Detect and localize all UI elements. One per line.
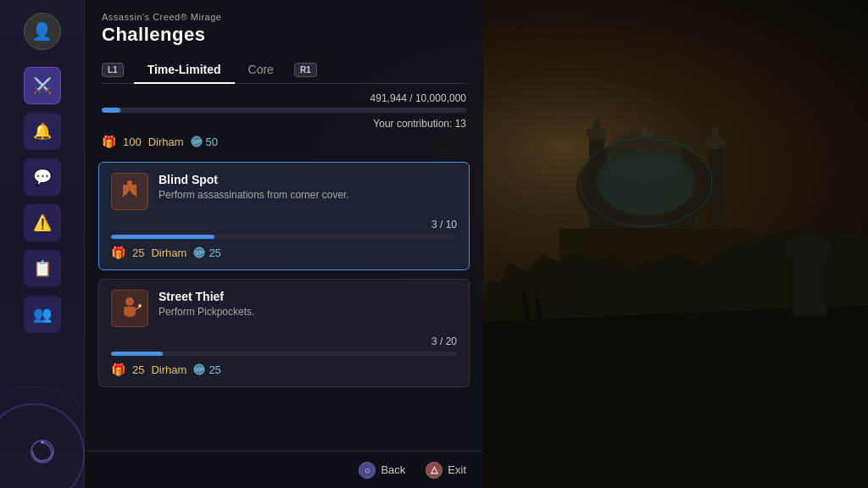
- challenge-bar-fill-street: [111, 352, 163, 356]
- challenge-rewards-blind-spot: 🎁 25 Dirham XP 25: [111, 246, 457, 259]
- challenge-name-blind-spot: Blind Spot: [159, 173, 457, 186]
- chat-icon: 💬: [33, 168, 52, 186]
- challenge-icon-blind-spot: [111, 173, 148, 210]
- bell-icon: 🔔: [33, 122, 52, 141]
- tab-left-badge: L1: [102, 63, 124, 77]
- svg-text:XP: XP: [196, 250, 204, 256]
- sidebar-item-list[interactable]: 📋: [24, 250, 61, 287]
- alert-icon: ⚠️: [33, 214, 52, 232]
- challenge-card-blind-spot[interactable]: Blind Spot Perform assassinations from c…: [98, 162, 470, 270]
- exit-circle-icon: △: [426, 462, 442, 479]
- challenge-top: Blind Spot Perform assassinations from c…: [111, 173, 457, 210]
- challenge-bar-street: [111, 352, 457, 356]
- tab-right-badge: R1: [294, 63, 317, 77]
- gift-icon-street: 🎁: [111, 363, 125, 376]
- back-label: Back: [381, 463, 405, 476]
- svg-point-7: [125, 297, 134, 306]
- blind-spot-xp: XP 25: [193, 247, 220, 259]
- community-xp: XP 50: [191, 136, 218, 148]
- community-dirham-label: Dirham: [148, 136, 184, 148]
- svg-rect-18: [593, 119, 600, 136]
- sidebar: 👤 ⚔️ 🔔 💬 ⚠️ 📋 👥: [0, 0, 85, 488]
- challenge-bar-blind-spot: [111, 235, 457, 239]
- svg-text:XP: XP: [196, 367, 204, 373]
- page-title: Challenges: [102, 24, 466, 46]
- gift-icon-blind-spot: 🎁: [111, 246, 125, 259]
- svg-point-1: [41, 441, 44, 444]
- sidebar-item-alerts[interactable]: ⚠️: [24, 204, 61, 241]
- challenge-top-street: Street Thief Perform Pickpockets.: [111, 290, 457, 327]
- bottom-bar: ○ Back △ Exit: [85, 451, 483, 488]
- challenge-card-street-thief[interactable]: Street Thief Perform Pickpockets. 3 / 20…: [98, 279, 470, 387]
- contribution-text: Your contribution: 13: [102, 118, 466, 130]
- game-icon: ⚔️: [33, 76, 52, 95]
- challenge-progress-row-blind-spot: 3 / 10: [111, 219, 457, 230]
- avatar[interactable]: 👤: [24, 13, 61, 50]
- exit-label: Exit: [448, 463, 466, 476]
- challenge-info-street-thief: Street Thief Perform Pickpockets.: [159, 290, 457, 318]
- challenge-progress-text-street: 3 / 20: [431, 336, 457, 347]
- sidebar-item-game[interactable]: ⚔️: [24, 67, 61, 104]
- game-title: Assassin's Creed® Mirage: [102, 12, 466, 22]
- challenge-desc-blind-spot: Perform assassinations from corner cover…: [159, 189, 457, 201]
- main-panel: Assassin's Creed® Mirage Challenges L1 T…: [85, 0, 483, 488]
- community-rewards: 🎁 100 Dirham XP 50: [102, 135, 466, 148]
- challenge-progress-text-blind-spot: 3 / 10: [431, 219, 457, 230]
- svg-rect-26: [793, 248, 826, 316]
- ubisoft-logo: [27, 436, 58, 467]
- challenge-bar-fill-blind-spot: [111, 235, 214, 239]
- challenge-progress-row-street: 3 / 20: [111, 336, 457, 347]
- svg-point-29: [599, 154, 693, 215]
- community-dirham-amount: 100: [123, 136, 142, 148]
- exit-button[interactable]: △ Exit: [426, 462, 466, 479]
- challenge-rewards-street: 🎁 25 Dirham XP 25: [111, 363, 457, 376]
- blind-spot-dirham: 25: [132, 247, 144, 259]
- friends-icon: 👥: [33, 305, 52, 324]
- list-icon: 📋: [33, 259, 52, 278]
- panel-header: Assassin's Creed® Mirage Challenges: [85, 0, 483, 46]
- svg-rect-21: [712, 127, 719, 144]
- community-progress-fill: [102, 108, 120, 113]
- challenge-info-blind-spot: Blind Spot Perform assassinations from c…: [159, 173, 457, 201]
- avatar-icon: 👤: [31, 21, 53, 42]
- challenge-icon-street-thief: [111, 290, 148, 327]
- community-progress-text: 491,944 / 10,000,000: [102, 92, 466, 104]
- sidebar-item-notifications[interactable]: 🔔: [24, 113, 61, 150]
- svg-point-8: [138, 304, 142, 308]
- community-section: 491,944 / 10,000,000 Your contribution: …: [85, 84, 483, 155]
- street-thief-dirham: 25: [132, 363, 144, 376]
- challenges-list: Blind Spot Perform assassinations from c…: [85, 155, 483, 451]
- gift-icon: 🎁: [102, 135, 116, 148]
- back-button[interactable]: ○ Back: [359, 462, 405, 479]
- street-thief-xp: XP 25: [193, 363, 220, 376]
- challenge-desc-street-thief: Perform Pickpockets.: [159, 306, 457, 318]
- blind-spot-dirham-label: Dirham: [151, 247, 186, 259]
- sidebar-item-friends[interactable]: 👥: [24, 296, 61, 333]
- back-circle-icon: ○: [359, 462, 376, 479]
- tabs-row: L1 Time-Limited Core R1: [85, 46, 483, 83]
- challenge-name-street-thief: Street Thief: [159, 290, 457, 303]
- tab-core[interactable]: Core: [235, 56, 287, 83]
- street-thief-dirham-label: Dirham: [151, 363, 186, 376]
- svg-text:XP: XP: [192, 139, 201, 145]
- tab-time-limited[interactable]: Time-Limited: [134, 56, 235, 83]
- community-progress-bar: [102, 108, 466, 113]
- sidebar-item-chat[interactable]: 💬: [24, 158, 61, 196]
- svg-point-4: [127, 180, 132, 186]
